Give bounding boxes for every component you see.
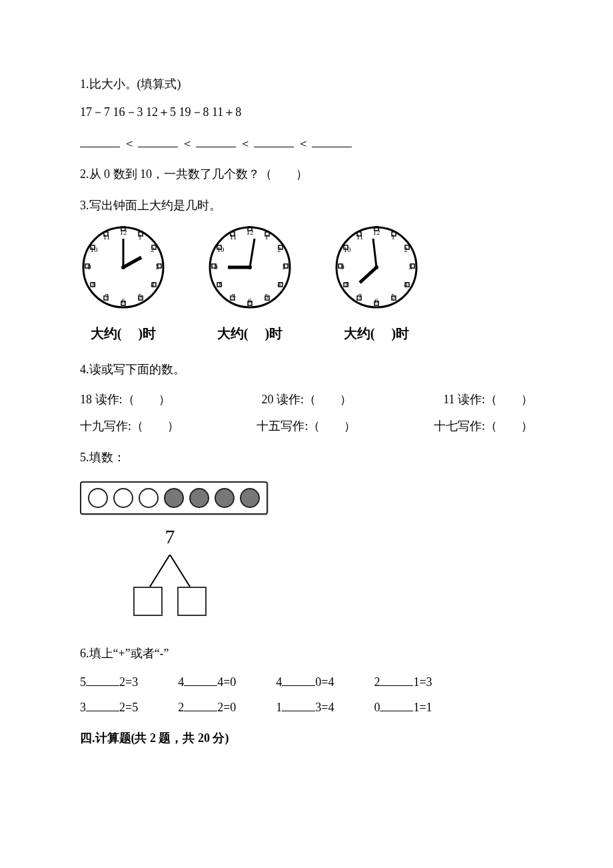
q4-read-3: 11 读作:（ ）	[443, 389, 533, 410]
q6-blank[interactable]	[282, 673, 315, 686]
q4-read-row: 18 读作:（ ） 20 读作:（ ） 11 读作:（ ）	[80, 389, 533, 410]
filled-circle	[240, 488, 260, 508]
q6-cell: 44=0	[178, 671, 236, 693]
q1-blanks: ＜ ＜ ＜ ＜	[80, 133, 533, 154]
q4: 4.读或写下面的数。 18 读作:（ ） 20 读作:（ ） 11 读作:（ ）…	[80, 359, 533, 437]
open-circle	[139, 488, 159, 508]
svg-line-85	[170, 555, 190, 587]
q4-write-row: 十九写作:（ ） 十五写作:（ ） 十七写作:（ ）	[80, 415, 533, 437]
q6-cell: 32=5	[80, 697, 138, 718]
q6-blank[interactable]	[380, 673, 413, 686]
section-4-title: 四.计算题(共 2 题，共 20 分)	[80, 727, 533, 749]
q1-blank-2[interactable]	[138, 135, 178, 147]
q1-blank-5[interactable]	[312, 135, 352, 147]
svg-point-27	[121, 265, 125, 269]
lt-1: ＜	[123, 137, 135, 150]
bond-total: 7	[80, 519, 260, 555]
bond-branches	[80, 555, 260, 588]
q6-blank[interactable]	[380, 699, 413, 711]
q6-blank[interactable]	[184, 699, 217, 711]
q1-blank-1[interactable]	[80, 135, 120, 147]
q6-cell: 40=4	[276, 671, 334, 693]
q3: 3.写出钟面上大约是几时。 1212 345 678 91011	[80, 195, 533, 346]
q2-text: 2.从 0 数到 10，一共数了几个数？（ ）	[80, 167, 308, 181]
clock-1-caption: 大约( )时	[80, 321, 167, 345]
svg-text:12: 12	[120, 228, 127, 236]
clock-2: 1212 345 678 91011	[207, 224, 293, 345]
q6-cell: 13=4	[276, 697, 334, 718]
q4-prompt: 4.读或写下面的数。	[80, 359, 533, 380]
q1: 1.比大小。(填算式) 17－7 16－3 12＋5 19－8 11＋8 ＜ ＜…	[80, 73, 533, 154]
q6-blank[interactable]	[86, 673, 119, 686]
q4-read-1: 18 读作:（ ）	[80, 389, 171, 410]
q4-read-2: 20 读作:（ ）	[262, 389, 352, 410]
q6-cell: 22=0	[178, 697, 236, 718]
open-circle	[113, 488, 133, 508]
bond-parts	[80, 587, 260, 616]
bond-part-2[interactable]	[177, 587, 207, 616]
q6-blank[interactable]	[184, 673, 217, 686]
lt-2: ＜	[181, 137, 193, 150]
q3-prompt: 3.写出钟面上大约是几时。	[80, 195, 533, 216]
clock-row: 1212 345 678 91011	[80, 224, 533, 345]
svg-point-83	[374, 265, 378, 269]
q1-blank-4[interactable]	[254, 135, 294, 147]
q6-cell: 01=1	[374, 697, 432, 718]
clock-icon: 1212 345 678 91011	[333, 224, 420, 311]
clock-icon: 1212 345 678 91011	[80, 224, 167, 311]
q1-prompt: 1.比大小。(填算式)	[80, 73, 533, 95]
filled-circle	[164, 488, 184, 508]
clock-3-caption: 大约( )时	[333, 321, 420, 345]
svg-text:12: 12	[247, 228, 254, 236]
q6-grid: 52=344=040=421=332=522=013=401=1	[80, 671, 533, 719]
q6-cell: 21=3	[374, 671, 432, 693]
svg-line-84	[150, 555, 170, 587]
clock-1: 1212 345 678 91011	[80, 224, 167, 345]
q5-prompt: 5.填数：	[80, 447, 533, 468]
clock-2-caption: 大约( )时	[207, 321, 293, 345]
q4-write-3: 十七写作:（ ）	[434, 415, 533, 437]
q2: 2.从 0 数到 10，一共数了几个数？（ ）	[80, 163, 533, 185]
q4-write-2: 十五写作:（ ）	[257, 415, 356, 437]
lt-4: ＜	[297, 137, 309, 150]
q5: 5.填数： 7	[80, 447, 533, 617]
svg-point-55	[248, 265, 252, 269]
q6-blank[interactable]	[86, 699, 119, 711]
q6: 6.填上“+”或者“-” 52=344=040=421=332=522=013=…	[80, 643, 533, 718]
q1-exprs: 17－7 16－3 12＋5 19－8 11＋8	[80, 101, 533, 123]
q6-blank[interactable]	[282, 699, 315, 711]
number-bond: 7	[80, 481, 260, 616]
q4-write-1: 十九写作:（ ）	[80, 415, 179, 437]
open-circle	[88, 488, 108, 508]
clock-icon: 1212 345 678 91011	[207, 224, 293, 311]
filled-circle	[215, 488, 235, 508]
q1-blank-3[interactable]	[196, 135, 236, 147]
filled-circle	[189, 488, 209, 508]
circle-box	[80, 481, 268, 515]
svg-text:12: 12	[373, 228, 380, 236]
clock-3: 1212 345 678 91011	[333, 224, 420, 345]
lt-3: ＜	[239, 137, 251, 150]
q6-cell: 52=3	[80, 671, 138, 693]
bond-part-1[interactable]	[133, 587, 163, 616]
q6-prompt: 6.填上“+”或者“-”	[80, 643, 533, 664]
